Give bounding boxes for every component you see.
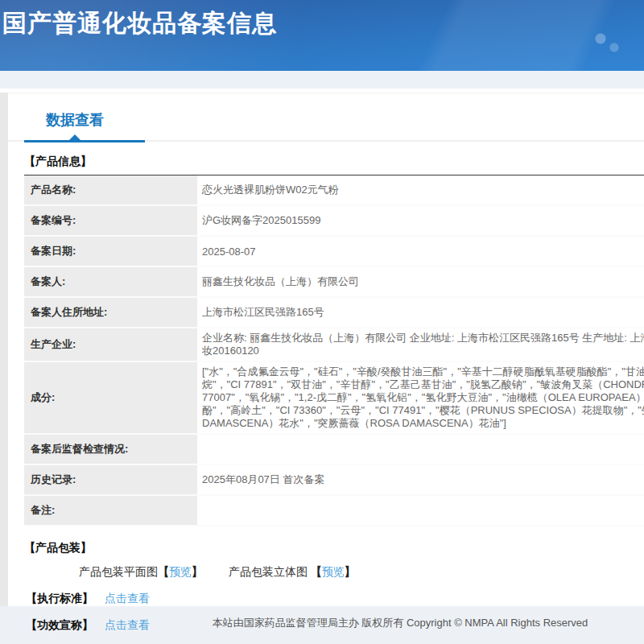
table-row: 生产企业:企业名称: 丽鑫生技化妆品（上海）有限公司 企业地址: 上海市松江区民… <box>24 328 644 361</box>
row-label: 备案后监督检查情况: <box>24 434 197 464</box>
row-value: ["水"，"合成氟金云母"，"硅石"，"辛酸/癸酸甘油三酯"，"辛基十二醇硬脂酰… <box>197 361 644 434</box>
packaging-3d-preview-link[interactable]: 预览 <box>322 565 345 578</box>
section-title-packaging: 【产品包装】 <box>24 541 644 555</box>
bracket-close: 】 <box>345 565 356 578</box>
row-value-line: 2025年08月07日 首次备案 <box>202 473 644 487</box>
row-value-line: ["水"，"合成氟金云母"，"硅石"，"辛酸/癸酸甘油三酯"，"辛基十二醇硬脂酰… <box>202 365 644 378</box>
bracket-open: 【 <box>311 565 322 578</box>
header-banner: 国产普通化妆品备案信息 <box>0 0 644 71</box>
row-value <box>197 495 644 526</box>
row-value: 企业名称: 丽鑫生技化妆品（上海）有限公司 企业地址: 上海市松江区民强路165… <box>197 328 644 361</box>
row-label: 备案人: <box>24 266 197 297</box>
row-value-line: 丽鑫生技化妆品（上海）有限公司 <box>202 275 644 289</box>
row-value-line: 酚"，"高岭土"，"CI 73360"，"云母"，"CI 77491"，"樱花（… <box>202 404 644 417</box>
row-value-line: 恋火光透裸肌粉饼W02元气粉 <box>202 183 644 197</box>
content-card: 数据查看 【产品信息】 产品名称:恋火光透裸肌粉饼W02元气粉备案编号:沪G妆网… <box>8 93 644 606</box>
table-row: 备案后监督检查情况: <box>24 434 644 464</box>
row-value-line: 77007"，"氧化锡"，"1,2-戊二醇"，"氢氧化铝"，"氢化野大豆油"，"… <box>202 391 644 404</box>
tab-bar: 数据查看 <box>8 93 644 142</box>
section-title-product-info: 【产品信息】 <box>24 155 644 169</box>
row-value: 2025-08-07 <box>197 236 644 266</box>
row-label: 产品名称: <box>24 175 197 206</box>
row-value-line: 企业名称: 丽鑫生技化妆品（上海）有限公司 企业地址: 上海市松江区民强路165… <box>202 332 644 345</box>
row-label: 备注: <box>24 495 197 526</box>
row-value: 丽鑫生技化妆品（上海）有限公司 <box>197 266 644 297</box>
row-value-line: DAMASCENA）花水"，"突厥蔷薇（ROSA DAMASCENA）花油"] <box>202 417 644 430</box>
row-label: 历史记录: <box>24 464 197 495</box>
row-value-line: 妆20160120 <box>202 345 644 357</box>
page-title: 国产普通化妆品备案信息 <box>0 0 644 40</box>
row-label: 备案人住所地址: <box>24 297 197 328</box>
row-value: 恋火光透裸肌粉饼W02元气粉 <box>197 175 644 206</box>
table-row: 历史记录:2025年08月07日 首次备案 <box>24 464 644 495</box>
product-info-table: 产品名称:恋火光透裸肌粉饼W02元气粉备案编号:沪G妆网备字2025015599… <box>24 175 644 526</box>
efficacy-claim-title: 【功效宣称】 <box>26 618 93 631</box>
table-row: 成分:["水"，"合成氟金云母"，"硅石"，"辛酸/癸酸甘油三酯"，"辛基十二醇… <box>24 361 644 434</box>
row-label: 成分: <box>24 361 197 434</box>
row-value: 沪G妆网备字2025015599 <box>197 205 644 236</box>
table-row: 备案人:丽鑫生技化妆品（上海）有限公司 <box>24 266 644 297</box>
row-label: 备案日期: <box>24 236 197 266</box>
packaging-flat-label: 产品包装平面图 <box>79 565 158 578</box>
efficacy-claim-view-link[interactable]: 点击查看 <box>105 618 150 631</box>
row-value-line: 烷"，"CI 77891"，"双甘油"，"辛甘醇"，"乙基己基甘油"，"脱氢乙酸… <box>202 378 644 391</box>
tab-data-view[interactable]: 数据查看 <box>46 110 104 140</box>
table-row: 备案人住所地址:上海市松江区民强路165号 <box>24 297 644 328</box>
bracket-close: 】 <box>192 565 203 578</box>
table-row: 备注: <box>24 495 644 526</box>
row-label: 备案编号: <box>24 205 197 236</box>
exec-standard-row: 【执行标准】 点击查看 <box>26 592 644 606</box>
header-subband <box>0 71 644 89</box>
exec-standard-title: 【执行标准】 <box>26 592 93 605</box>
row-value-line: 沪G妆网备字2025015599 <box>202 213 644 228</box>
content-background: 数据查看 【产品信息】 产品名称:恋火光透裸肌粉饼W02元气粉备案编号:沪G妆网… <box>0 93 644 606</box>
row-value-line: 2025-08-07 <box>202 246 644 258</box>
row-value-line: 上海市松江区民强路165号 <box>202 305 644 320</box>
packaging-flat-preview-link[interactable]: 预览 <box>169 565 192 578</box>
bracket-open: 【 <box>158 565 169 578</box>
packaging-row: 产品包装平面图【预览】 产品包装立体图 【预览】 <box>79 565 644 580</box>
table-row: 备案日期:2025-08-07 <box>24 236 644 266</box>
row-value: 2025年08月07日 首次备案 <box>197 464 644 495</box>
packaging-3d-item: 产品包装立体图 【预览】 <box>229 565 356 580</box>
tab-active-underline <box>24 140 145 142</box>
footer-text: 本站由国家药品监督管理局主办 版权所有 Copyright © NMPA All… <box>213 617 588 629</box>
table-row: 产品名称:恋火光透裸肌粉饼W02元气粉 <box>24 175 644 206</box>
page-viewport: 国产普通化妆品备案信息 数据查看 【产品信息】 产品名称:恋火光透裸肌粉饼W02… <box>0 0 644 644</box>
row-value: 上海市松江区民强路165号 <box>197 297 644 328</box>
exec-standard-view-link[interactable]: 点击查看 <box>105 592 150 605</box>
row-label: 生产企业: <box>24 328 197 361</box>
table-row: 备案编号:沪G妆网备字2025015599 <box>24 205 644 236</box>
row-value <box>197 434 644 464</box>
packaging-flat-item: 产品包装平面图【预览】 <box>79 565 203 580</box>
packaging-3d-label: 产品包装立体图 <box>229 565 308 578</box>
